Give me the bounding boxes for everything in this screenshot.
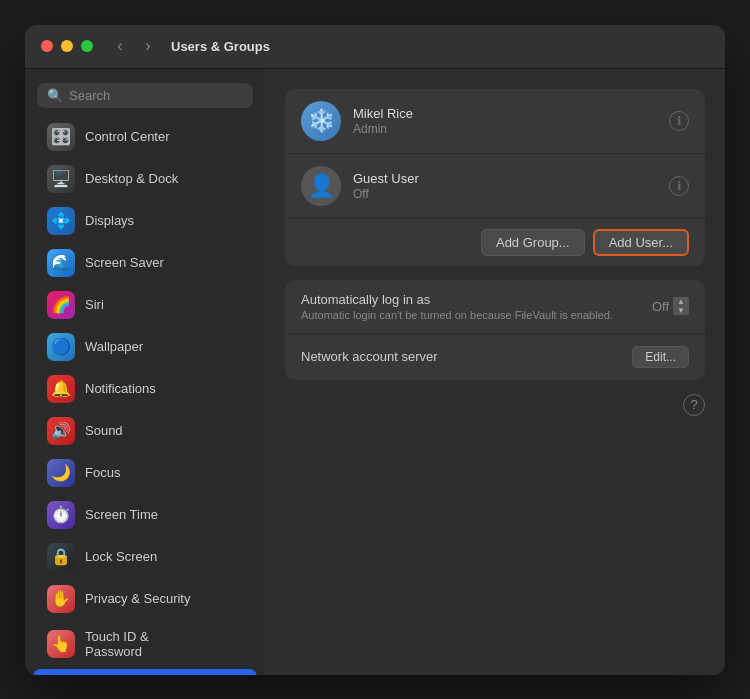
stepper-up[interactable]: ▲ [673, 297, 689, 306]
system-preferences-window: ‹ › Users & Groups 🔍 Search 🎛️ Control C… [25, 25, 725, 675]
edit-button[interactable]: Edit... [632, 346, 689, 368]
help-button[interactable]: ? [683, 394, 705, 416]
sidebar-item-desktop-dock[interactable]: 🖥️ Desktop & Dock [33, 159, 257, 199]
sidebar-item-screen-saver[interactable]: 🌊 Screen Saver [33, 243, 257, 283]
user-info-guest: Guest User Off [353, 171, 657, 201]
sidebar-item-label: Screen Time [85, 507, 158, 522]
setting-row-network: Network account server Edit... [285, 334, 705, 380]
notifications-icon: 🔔 [47, 375, 75, 403]
maximize-button[interactable] [81, 40, 93, 52]
search-placeholder: Search [69, 88, 110, 103]
autologin-title: Automatically log in as [301, 292, 652, 307]
sidebar-item-lock-screen[interactable]: 🔒 Lock Screen [33, 537, 257, 577]
sidebar: 🔍 Search 🎛️ Control Center 🖥️ Desktop & … [25, 69, 265, 675]
autologin-subtitle: Automatic login can't be turned on becau… [301, 309, 652, 321]
forward-button[interactable]: › [137, 35, 159, 57]
sidebar-item-label: Displays [85, 213, 134, 228]
search-container: 🔍 Search [25, 79, 265, 116]
autologin-label: Automatically log in as Automatic login … [301, 292, 652, 321]
sidebar-item-label: Control Center [85, 129, 170, 144]
main-panel: ❄️ Mikel Rice Admin ℹ 👤 Guest User [265, 69, 725, 675]
sidebar-item-label: Focus [85, 465, 120, 480]
user-row-guest: 👤 Guest User Off ℹ [285, 154, 705, 219]
add-user-button[interactable]: Add User... [593, 229, 689, 256]
sound-icon: 🔊 [47, 417, 75, 445]
titlebar: ‹ › Users & Groups [25, 25, 725, 69]
off-label: Off [652, 299, 669, 314]
traffic-lights [41, 40, 93, 52]
user-name-guest: Guest User [353, 171, 657, 186]
content-area: 🔍 Search 🎛️ Control Center 🖥️ Desktop & … [25, 69, 725, 675]
wallpaper-icon: 🔵 [47, 333, 75, 361]
stepper-down[interactable]: ▼ [673, 306, 689, 315]
sidebar-item-displays[interactable]: 💠 Displays [33, 201, 257, 241]
sidebar-item-notifications[interactable]: 🔔 Notifications [33, 369, 257, 409]
action-buttons: Add Group... Add User... [285, 219, 705, 266]
sidebar-item-siri[interactable]: 🌈 Siri [33, 285, 257, 325]
avatar-guest: 👤 [301, 166, 341, 206]
sidebar-item-focus[interactable]: 🌙 Focus [33, 453, 257, 493]
search-icon: 🔍 [47, 88, 63, 103]
sidebar-item-label: Siri [85, 297, 104, 312]
user-name-mikel: Mikel Rice [353, 106, 657, 121]
screen-time-icon: ⏱️ [47, 501, 75, 529]
network-label: Network account server [301, 349, 632, 364]
lock-screen-icon: 🔒 [47, 543, 75, 571]
sidebar-item-label: Screen Saver [85, 255, 164, 270]
screen-saver-icon: 🌊 [47, 249, 75, 277]
sidebar-item-screen-time[interactable]: ⏱️ Screen Time [33, 495, 257, 535]
sidebar-item-label: Desktop & Dock [85, 171, 178, 186]
displays-icon: 💠 [47, 207, 75, 235]
network-title: Network account server [301, 349, 632, 364]
sidebar-item-label: Lock Screen [85, 549, 157, 564]
stepper[interactable]: ▲ ▼ [673, 297, 689, 315]
sidebar-item-label: Privacy & Security [85, 591, 190, 606]
window-title: Users & Groups [171, 39, 270, 54]
minimize-button[interactable] [61, 40, 73, 52]
control-center-icon: 🎛️ [47, 123, 75, 151]
snowflake-icon: ❄️ [308, 108, 335, 134]
sidebar-item-control-center[interactable]: 🎛️ Control Center [33, 117, 257, 157]
sidebar-item-label: Touch ID & Password [85, 629, 149, 659]
close-button[interactable] [41, 40, 53, 52]
add-group-button[interactable]: Add Group... [481, 229, 585, 256]
sidebar-item-wallpaper[interactable]: 🔵 Wallpaper [33, 327, 257, 367]
user-row-mikel: ❄️ Mikel Rice Admin ℹ [285, 89, 705, 154]
person-icon: 👤 [308, 173, 335, 199]
user-role-mikel: Admin [353, 122, 657, 136]
info-button-mikel[interactable]: ℹ [669, 111, 689, 131]
privacy-icon: ✋ [47, 585, 75, 613]
info-button-guest[interactable]: ℹ [669, 176, 689, 196]
autologin-control: Off ▲ ▼ [652, 297, 689, 315]
users-list: ❄️ Mikel Rice Admin ℹ 👤 Guest User [285, 89, 705, 266]
settings-section: Automatically log in as Automatic login … [285, 280, 705, 380]
user-role-guest: Off [353, 187, 657, 201]
sidebar-item-sound[interactable]: 🔊 Sound [33, 411, 257, 451]
search-box[interactable]: 🔍 Search [37, 83, 253, 108]
network-control: Edit... [632, 346, 689, 368]
user-info-mikel: Mikel Rice Admin [353, 106, 657, 136]
sidebar-item-label: Wallpaper [85, 339, 143, 354]
avatar-mikel: ❄️ [301, 101, 341, 141]
touch-id-icon: 👆 [47, 630, 75, 658]
desktop-dock-icon: 🖥️ [47, 165, 75, 193]
sidebar-item-label: Notifications [85, 381, 156, 396]
nav-buttons: ‹ › [109, 35, 159, 57]
sidebar-item-users-groups[interactable]: 👥 Users & Groups [33, 669, 257, 675]
sidebar-item-touch-id[interactable]: 👆 Touch ID & Password [33, 621, 257, 667]
setting-row-autologin: Automatically log in as Automatic login … [285, 280, 705, 334]
sidebar-item-privacy-security[interactable]: ✋ Privacy & Security [33, 579, 257, 619]
siri-icon: 🌈 [47, 291, 75, 319]
sidebar-item-label: Sound [85, 423, 123, 438]
back-button[interactable]: ‹ [109, 35, 131, 57]
focus-icon: 🌙 [47, 459, 75, 487]
